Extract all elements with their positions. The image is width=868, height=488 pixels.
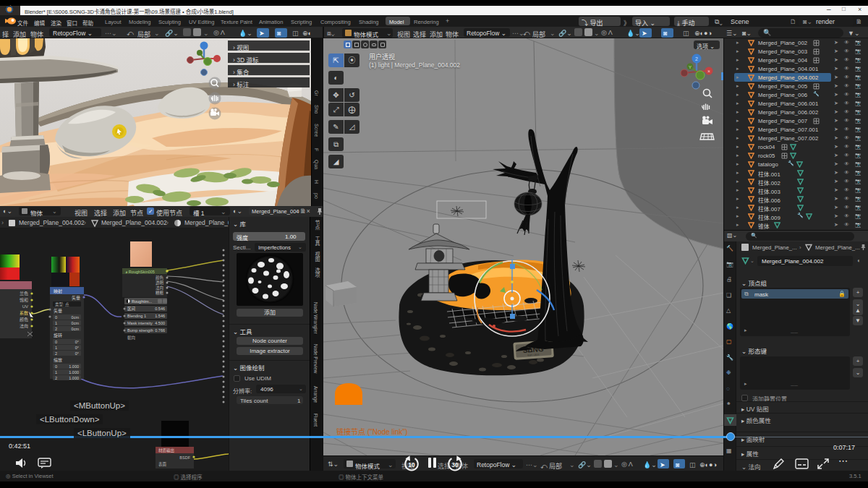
svg-text:映射: 映射 bbox=[54, 288, 62, 294]
svg-text:0cm: 0cm bbox=[72, 321, 80, 325]
svg-text:0cm: 0cm bbox=[72, 315, 80, 320]
svg-text:1: 1 bbox=[55, 346, 57, 350]
svg-text:0: 0 bbox=[55, 364, 57, 369]
svg-text:1: 1 bbox=[55, 370, 57, 374]
svg-text:1.000: 1.000 bbox=[69, 376, 79, 380]
svg-text:Y: Y bbox=[689, 65, 692, 69]
svg-text:旋转: 旋转 bbox=[54, 333, 62, 338]
svg-text:0: 0 bbox=[55, 315, 57, 320]
svg-text:30: 30 bbox=[451, 461, 459, 468]
svg-text:区间: 区间 bbox=[127, 306, 135, 312]
svg-text:1.546: 1.546 bbox=[155, 314, 165, 318]
svg-text:矢量: 矢量 bbox=[72, 295, 80, 301]
svg-text:类型: 点: 类型: 点 bbox=[55, 301, 69, 307]
svg-text:透明: 透明 bbox=[156, 280, 164, 286]
svg-text:10: 10 bbox=[408, 461, 415, 468]
svg-text:糟粗: 糟粗 bbox=[156, 290, 164, 296]
svg-text:缩放: 缩放 bbox=[54, 357, 62, 363]
svg-text:表面: 表面 bbox=[158, 461, 167, 467]
svg-text:×: × bbox=[707, 69, 710, 74]
svg-text:法向: 法向 bbox=[20, 323, 28, 329]
svg-text:UV: UV bbox=[22, 304, 28, 309]
svg-text:材质输出: 材质输出 bbox=[158, 448, 174, 453]
svg-text:据向: 据向 bbox=[127, 335, 135, 341]
svg-text:兰色: 兰色 bbox=[20, 291, 28, 296]
svg-text:Bump strength: Bump strength bbox=[127, 328, 153, 333]
svg-text:矢量: 矢量 bbox=[54, 308, 62, 314]
svg-text:◕ RoughSkin005: ◕ RoughSkin005 bbox=[125, 270, 155, 274]
svg-text:Blending 1: Blending 1 bbox=[127, 314, 146, 318]
svg-text:4.500: 4.500 bbox=[155, 321, 165, 325]
svg-text:颜色: 颜色 bbox=[156, 275, 164, 281]
svg-text:0: 0 bbox=[55, 340, 57, 344]
svg-text:2: 2 bbox=[55, 327, 57, 331]
svg-text:法向: 法向 bbox=[156, 285, 163, 291]
svg-text:饱和: 饱和 bbox=[20, 297, 28, 303]
svg-text:0cm: 0cm bbox=[72, 327, 80, 331]
svg-text:2: 2 bbox=[55, 351, 57, 356]
svg-text:系数: 系数 bbox=[20, 310, 28, 316]
svg-text:0°: 0° bbox=[75, 340, 79, 344]
svg-text:2: 2 bbox=[695, 56, 698, 61]
svg-text:0.546: 0.546 bbox=[155, 307, 165, 311]
svg-text:Roughtim...: Roughtim... bbox=[132, 299, 153, 304]
svg-text:0°: 0° bbox=[75, 351, 79, 356]
svg-text:BSDF: BSDF bbox=[179, 455, 190, 460]
svg-text:Mask intensity: Mask intensity bbox=[127, 321, 153, 325]
svg-text:1.000: 1.000 bbox=[69, 364, 79, 369]
svg-text:1.000: 1.000 bbox=[69, 370, 79, 374]
svg-text:1: 1 bbox=[55, 321, 57, 325]
svg-text:0°: 0° bbox=[75, 346, 79, 350]
svg-text:颜色: 颜色 bbox=[20, 317, 28, 322]
svg-text:0.766: 0.766 bbox=[155, 328, 165, 333]
svg-text:2: 2 bbox=[55, 376, 57, 380]
